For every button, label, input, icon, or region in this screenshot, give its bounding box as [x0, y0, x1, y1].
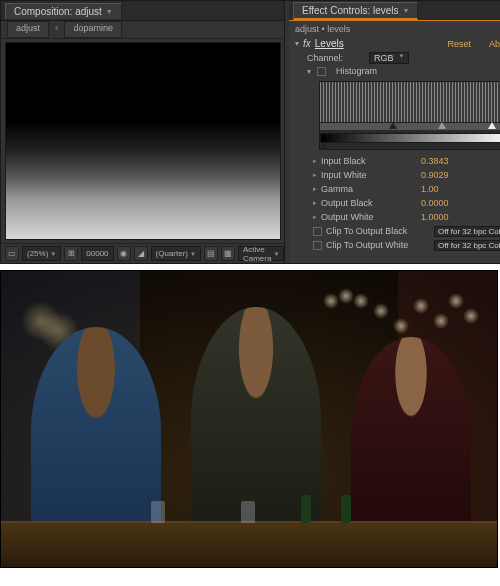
- fx-badge: fx: [303, 38, 311, 49]
- composition-viewer[interactable]: [5, 42, 281, 240]
- exposure-button[interactable]: ▤: [204, 246, 218, 261]
- composition-tab-label: Composition: adjust: [14, 6, 102, 17]
- zoom-select[interactable]: (25%) ▼: [22, 246, 61, 261]
- chevron-down-icon: ▼: [273, 251, 279, 257]
- channel-label: Channel:: [307, 53, 363, 63]
- composition-tabs: Composition: adjust ▼: [1, 1, 284, 21]
- timecode-field[interactable]: 00000: [81, 246, 113, 261]
- composition-tab[interactable]: Composition: adjust ▼: [5, 3, 122, 19]
- effect-controls-tab[interactable]: Effect Controls: levels ▼: [293, 2, 418, 20]
- about-link[interactable]: About...: [489, 39, 500, 49]
- quality-select[interactable]: (Quarter) ▼: [151, 246, 201, 261]
- effect-controls-tab-label: Effect Controls: levels: [302, 5, 399, 16]
- output-gradient: [320, 133, 500, 143]
- clip-label: Clip To Output White: [326, 240, 434, 250]
- chevron-down-icon[interactable]: ▼: [106, 8, 113, 15]
- flow-tab-adjust[interactable]: adjust: [7, 21, 49, 38]
- composition-footer: ▭ (25%) ▼ ⊞ 00000 ◉ ◢ (Quarter) ▼ ▤ ▦ Ac…: [1, 243, 284, 263]
- effect-name[interactable]: Levels: [315, 38, 344, 49]
- clip-label: Clip To Output Black: [326, 226, 434, 236]
- composition-panel: Composition: adjust ▼ adjust ‹ dopamine …: [1, 1, 285, 263]
- param-input-black: ▸ Input Black 0.3843: [289, 154, 500, 168]
- twirl-right-icon[interactable]: ▸: [313, 171, 321, 179]
- effect-controls-panel: Effect Controls: levels ▼ adjust • level…: [289, 1, 500, 263]
- reference-photo: [0, 270, 498, 568]
- snapshot-button[interactable]: ◉: [117, 246, 131, 261]
- stopwatch-icon[interactable]: [317, 67, 326, 76]
- output-sliders[interactable]: [320, 143, 500, 149]
- timecode-value: 00000: [86, 249, 108, 258]
- input-sliders[interactable]: [320, 122, 500, 130]
- clip-output-black: Clip To Output Black Off for 32 bpc Colo…: [289, 224, 500, 238]
- twirl-right-icon[interactable]: ▸: [313, 199, 321, 207]
- effect-header: ▾ fx Levels Reset About...: [289, 36, 500, 51]
- param-output-black: ▸ Output Black 0.0000: [289, 196, 500, 210]
- bottle-icon: [341, 495, 351, 523]
- chevron-down-icon[interactable]: ▼: [403, 7, 410, 14]
- param-label: Input White: [321, 170, 421, 180]
- twirl-right-icon[interactable]: ▸: [313, 157, 321, 165]
- input-black-handle[interactable]: [389, 122, 397, 129]
- param-gamma: ▸ Gamma 1.00: [289, 182, 500, 196]
- quality-value: (Quarter): [156, 249, 188, 258]
- figure-right: [351, 337, 471, 537]
- gamma-handle[interactable]: [438, 122, 446, 129]
- stopwatch-icon[interactable]: [313, 227, 322, 236]
- camera-value: Active Camera: [243, 245, 271, 263]
- histogram-label: Histogram: [336, 66, 377, 76]
- histogram-row: ▾ Histogram: [289, 65, 500, 77]
- breadcrumb: adjust • levels: [289, 21, 500, 36]
- param-value[interactable]: 0.0000: [421, 198, 449, 208]
- grid-button[interactable]: ⊞: [64, 246, 78, 261]
- camera-select[interactable]: Active Camera ▼: [238, 246, 284, 261]
- clip-output-white: Clip To Output White Off for 32 bpc Colo…: [289, 238, 500, 252]
- flow-tab-dopamine[interactable]: dopamine: [64, 21, 122, 38]
- glass-icon: [151, 501, 165, 523]
- bottle-icon: [301, 495, 311, 523]
- glass-icon: [241, 501, 255, 523]
- twirl-down-icon[interactable]: ▾: [295, 39, 299, 48]
- effect-controls-tabs: Effect Controls: levels ▼: [289, 1, 500, 21]
- histogram-widget[interactable]: [319, 81, 500, 150]
- figure-left: [31, 327, 161, 537]
- param-value[interactable]: 1.00: [421, 184, 439, 194]
- composition-flow: adjust ‹ dopamine: [1, 21, 284, 39]
- param-value[interactable]: 0.3843: [421, 156, 449, 166]
- param-label: Output White: [321, 212, 421, 222]
- twirl-right-icon[interactable]: ▸: [313, 213, 321, 221]
- stopwatch-icon[interactable]: [313, 241, 322, 250]
- mask-button[interactable]: ◢: [134, 246, 148, 261]
- region-button[interactable]: ▭: [5, 246, 19, 261]
- view-button[interactable]: ▦: [221, 246, 235, 261]
- channel-select[interactable]: RGB: [369, 52, 409, 64]
- chevron-left-icon: ‹: [51, 21, 62, 38]
- twirl-down-icon[interactable]: ▾: [307, 67, 311, 76]
- param-input-white: ▸ Input White 0.9029: [289, 168, 500, 182]
- output-black-handle[interactable]: [320, 142, 328, 149]
- twirl-right-icon[interactable]: ▸: [313, 185, 321, 193]
- clip-select[interactable]: Off for 32 bpc Color: [434, 240, 500, 251]
- channel-row: Channel: RGB: [289, 51, 500, 65]
- chevron-down-icon: ▼: [50, 251, 56, 257]
- param-label: Gamma: [321, 184, 421, 194]
- param-label: Output Black: [321, 198, 421, 208]
- reset-link[interactable]: Reset: [447, 39, 471, 49]
- zoom-value: (25%): [27, 249, 48, 258]
- param-output-white: ▸ Output White 1.0000: [289, 210, 500, 224]
- histogram-graph: [320, 82, 500, 122]
- bar-surface: [1, 521, 497, 567]
- param-value[interactable]: 1.0000: [421, 212, 449, 222]
- chevron-down-icon: ▼: [190, 251, 196, 257]
- param-value[interactable]: 0.9029: [421, 170, 449, 180]
- input-white-handle[interactable]: [488, 122, 496, 129]
- param-label: Input Black: [321, 156, 421, 166]
- clip-select[interactable]: Off for 32 bpc Color: [434, 226, 500, 237]
